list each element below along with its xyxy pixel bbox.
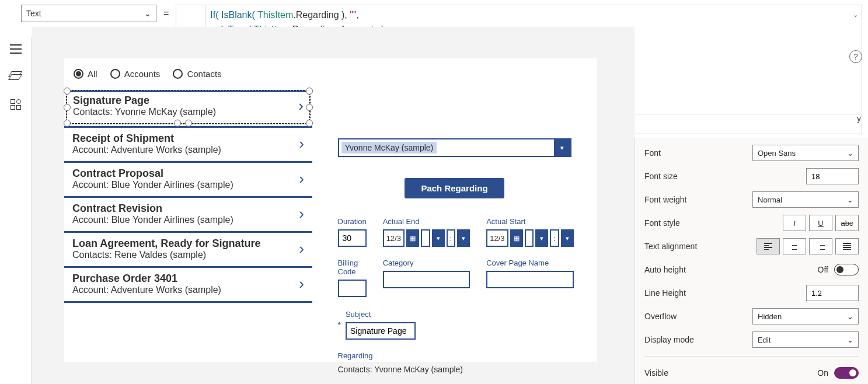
chevron-down-icon: ▾: [561, 229, 574, 247]
regarding-label: Regarding: [338, 351, 571, 360]
chevron-down-icon[interactable]: ⌄: [853, 8, 858, 22]
panel-corner-text: y: [857, 114, 861, 123]
actual-start-datetime[interactable]: 12/3▦ ▾:▾: [486, 229, 574, 247]
chevron-down-icon: ⌄: [847, 149, 853, 158]
chevron-down-icon: ▾: [535, 229, 548, 247]
calendar-icon[interactable]: ▦: [406, 229, 419, 247]
list-item[interactable]: Signature PageContacts: Yvonne McKay (sa…: [67, 90, 310, 124]
detail-form: Yvonne McKay (sample) ▾ Pach Regarding D…: [312, 89, 597, 360]
property-dropdown[interactable]: Text ⌄: [21, 5, 156, 22]
filter-radio-group: All Accounts Contacts: [64, 58, 597, 89]
chevron-down-icon: ⌄: [847, 196, 853, 204]
list-item[interactable]: Purchase Order 3401Account: Adventure Wo…: [64, 266, 312, 303]
patch-button[interactable]: Pach Regarding: [405, 178, 504, 198]
list-item[interactable]: Contract ProposalAccount: Blue Yonder Ai…: [64, 161, 312, 196]
align-center-button[interactable]: [783, 238, 806, 254]
chevron-right-icon[interactable]: ›: [299, 135, 304, 153]
align-right-button[interactable]: [809, 238, 832, 254]
required-star: *: [338, 320, 341, 330]
gallery-list: Signature PageContacts: Yvonne McKay (sa…: [64, 89, 312, 360]
left-rail: [0, 37, 32, 384]
chevron-right-icon[interactable]: ›: [299, 170, 304, 188]
list-item[interactable]: Loan Agreement, Ready for SignatureConta…: [64, 231, 312, 266]
fontsize-input[interactable]: [806, 168, 859, 184]
overflow-dropdown[interactable]: Hidden⌄: [752, 308, 859, 324]
list-item[interactable]: Receipt of ShipmentAccount: Adventure Wo…: [64, 126, 312, 161]
list-item-title: Signature Page: [73, 95, 216, 107]
align-justify-button[interactable]: [835, 238, 859, 254]
chevron-down-icon: ⌄: [847, 312, 853, 321]
actual-end-datetime[interactable]: 12/3▦ ▾:▾: [383, 229, 470, 247]
chevron-right-icon[interactable]: ›: [299, 275, 304, 293]
chevron-down-icon: ⌄: [144, 9, 151, 18]
help-icon[interactable]: ?: [849, 50, 862, 63]
radio-accounts[interactable]: Accounts: [110, 69, 161, 79]
regarding-combobox[interactable]: Yvonne McKay (sample) ▾: [338, 138, 571, 157]
hamburger-icon[interactable]: [10, 44, 22, 54]
displaymode-dropdown[interactable]: Edit⌄: [752, 331, 859, 348]
cover-input[interactable]: [486, 271, 574, 288]
calendar-icon[interactable]: ▦: [510, 229, 523, 247]
property-dropdown-value: Text: [26, 9, 41, 18]
category-input[interactable]: [383, 271, 470, 288]
subject-input[interactable]: [346, 322, 416, 340]
chevron-down-icon: ▾: [457, 229, 470, 247]
underline-button[interactable]: U: [809, 215, 832, 231]
duration-input[interactable]: [338, 229, 367, 247]
strikethrough-button[interactable]: abc: [835, 215, 859, 231]
regarding-value: Contacts: Yvonne McKay (sample): [338, 365, 571, 374]
chevron-down-icon[interactable]: ▾: [554, 139, 570, 156]
equals-sign: =: [163, 8, 169, 19]
properties-panel: Font Open Sans⌄ Font size Font weight No…: [635, 138, 868, 384]
fontweight-dropdown[interactable]: Normal⌄: [752, 191, 859, 208]
visible-toggle[interactable]: [834, 367, 859, 379]
chevron-down-icon: ⌄: [847, 336, 853, 344]
list-item[interactable]: Contract RevisionAccount: Blue Yonder Ai…: [64, 196, 312, 231]
chevron-right-icon[interactable]: ›: [298, 97, 304, 115]
lineheight-input[interactable]: [806, 285, 859, 301]
layers-icon[interactable]: [10, 71, 22, 82]
chevron-down-icon: ▾: [432, 229, 445, 247]
chevron-right-icon[interactable]: ›: [299, 240, 304, 258]
list-item-subtitle: Contacts: Yvonne McKay (sample): [73, 107, 216, 117]
autoheight-toggle[interactable]: [834, 264, 859, 275]
italic-button[interactable]: I: [783, 215, 806, 231]
radio-all[interactable]: All: [74, 69, 97, 79]
addins-icon[interactable]: [11, 99, 21, 110]
billing-input[interactable]: [338, 280, 367, 297]
font-dropdown[interactable]: Open Sans⌄: [752, 145, 859, 161]
app-canvas[interactable]: All Accounts Contacts Signature PageCont…: [64, 58, 597, 362]
radio-contacts[interactable]: Contacts: [173, 69, 221, 79]
align-left-button[interactable]: [757, 238, 780, 254]
chevron-right-icon[interactable]: ›: [299, 205, 304, 223]
